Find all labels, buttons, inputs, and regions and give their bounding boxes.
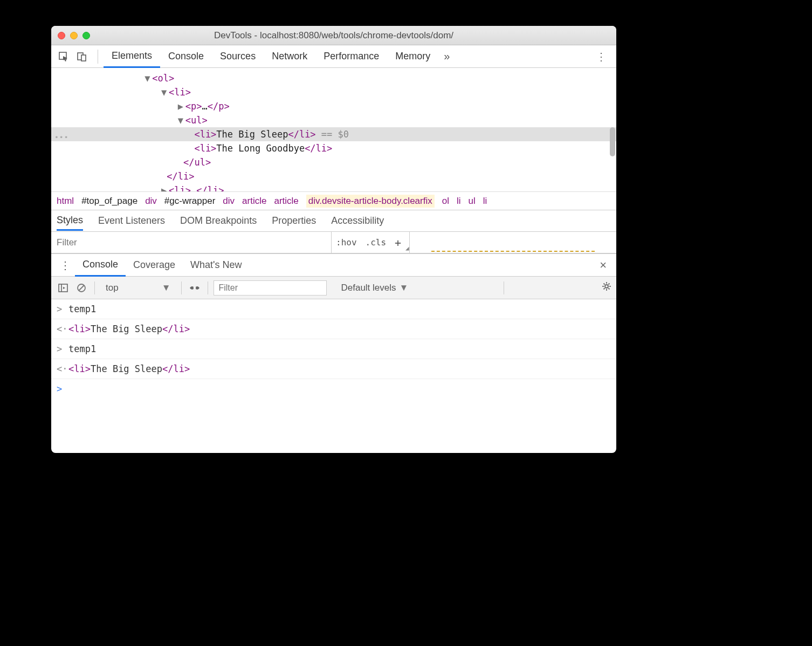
breadcrumb-item[interactable]: div — [223, 196, 235, 207]
context-selector[interactable]: top ▼ — [100, 283, 176, 293]
clear-console-icon[interactable] — [74, 283, 89, 293]
drawer-tab-whats-new[interactable]: What's New — [183, 254, 249, 277]
styles-filter-input[interactable] — [51, 232, 332, 253]
tab-accessibility[interactable]: Accessibility — [331, 212, 384, 230]
tab-styles[interactable]: Styles — [57, 211, 83, 231]
devtools-window: DevTools - localhost:8080/web/tools/chro… — [51, 26, 616, 453]
drawer-menu-icon[interactable]: ⋮ — [56, 259, 75, 272]
separator — [181, 281, 182, 294]
live-expression-icon[interactable] — [187, 284, 202, 292]
dom-tree[interactable]: ▼<ol> ▼<li> ▶<p>…</p> ▼<ul>••• <li>The B… — [51, 68, 616, 192]
separator — [208, 281, 208, 294]
tabs-overflow-icon[interactable]: » — [444, 50, 450, 63]
breadcrumb-item[interactable]: #gc-wrapper — [164, 196, 216, 207]
new-style-rule-icon[interactable]: + — [390, 236, 405, 249]
styles-filter-bar: :hov .cls + ◢ — [51, 232, 616, 253]
window-title: DevTools - localhost:8080/web/tools/chro… — [51, 30, 616, 41]
breadcrumb-item[interactable]: #top_of_page — [81, 196, 137, 207]
separator — [94, 281, 95, 294]
console-row[interactable]: >temp1 — [51, 299, 616, 319]
console-output[interactable]: >temp1<· <li>The Big Sleep</li>>temp1<· … — [51, 299, 616, 453]
breadcrumb-item[interactable]: article — [242, 196, 266, 207]
drawer-tabbar: ⋮ Console Coverage What's New × — [51, 254, 616, 277]
tab-sources[interactable]: Sources — [212, 45, 264, 68]
breadcrumb-item[interactable]: ul — [469, 196, 476, 207]
scrollbar-thumb[interactable] — [610, 127, 615, 156]
resize-corner-icon[interactable]: ◢ — [405, 245, 409, 253]
breadcrumb-item[interactable]: div — [145, 196, 157, 207]
dom-node-line[interactable]: <li>The Long Goodbye</li> — [51, 141, 616, 155]
dom-node-line[interactable]: </li> — [51, 169, 616, 183]
breadcrumb-item[interactable]: div.devsite-article-body.clearfix — [306, 195, 435, 208]
console-row[interactable]: <· <li>The Big Sleep</li> — [51, 359, 616, 379]
tab-console[interactable]: Console — [160, 45, 212, 68]
tab-properties[interactable]: Properties — [272, 212, 316, 230]
dom-breadcrumb: html#top_of_pagediv#gc-wrapperdivarticle… — [51, 192, 616, 210]
dom-node-line[interactable]: ▼<ul> — [51, 113, 616, 127]
traffic-lights — [58, 32, 90, 39]
inspect-icon[interactable] — [56, 49, 72, 64]
breadcrumb-item[interactable]: li — [483, 196, 487, 207]
console-text: temp1 — [68, 340, 96, 358]
dom-node-line[interactable]: ▶<p>…</p> — [51, 99, 616, 113]
gutter-actions-icon[interactable]: ••• — [54, 130, 68, 145]
main-tabs: Elements Console Sources Network Perform… — [104, 45, 438, 68]
main-toolbar: Elements Console Sources Network Perform… — [51, 45, 616, 68]
console-toolbar: top ▼ Default levels ▼ — [51, 277, 616, 299]
dom-node-line[interactable]: ▼<ol> — [51, 71, 616, 85]
console-text: temp1 — [68, 300, 96, 318]
box-model-preview — [431, 251, 595, 254]
console-settings-icon[interactable] — [601, 281, 612, 294]
drawer-tab-coverage[interactable]: Coverage — [126, 254, 183, 277]
tab-elements[interactable]: Elements — [104, 45, 160, 68]
breadcrumb-item[interactable]: html — [57, 196, 74, 207]
input-marker-icon: > — [57, 300, 68, 318]
svg-point-5 — [194, 286, 196, 289]
svg-rect-2 — [81, 55, 86, 61]
close-window-button[interactable] — [58, 32, 65, 39]
styles-tabbar: Styles Event Listeners DOM Breakpoints P… — [51, 210, 616, 232]
log-levels-selector[interactable]: Default levels ▼ — [341, 283, 408, 293]
console-text: <li>The Big Sleep</li> — [68, 320, 190, 338]
output-marker-icon: <· — [57, 320, 68, 338]
output-marker-icon: <· — [57, 360, 68, 377]
drawer-close-icon[interactable]: × — [594, 258, 612, 272]
drawer-tab-console[interactable]: Console — [75, 254, 126, 277]
dom-node-line[interactable]: ▶<li>…</li> — [51, 183, 616, 192]
minimize-window-button[interactable] — [70, 32, 78, 39]
console-text: <li>The Big Sleep</li> — [68, 360, 190, 377]
svg-point-6 — [605, 285, 608, 288]
tab-network[interactable]: Network — [264, 45, 315, 68]
drawer: ⋮ Console Coverage What's New × top ▼ — [51, 253, 616, 453]
console-prompt[interactable]: > — [51, 379, 616, 398]
device-toggle-icon[interactable] — [74, 49, 90, 64]
styles-sidebar-preview — [409, 232, 616, 253]
tab-performance[interactable]: Performance — [315, 45, 387, 68]
prompt-icon: > — [57, 380, 68, 397]
separator — [98, 50, 98, 64]
console-sidebar-toggle-icon[interactable] — [56, 283, 71, 293]
tab-memory[interactable]: Memory — [387, 45, 438, 68]
console-filter-input[interactable] — [214, 280, 327, 295]
tab-event-listeners[interactable]: Event Listeners — [98, 212, 165, 230]
dom-node-line[interactable]: </ul> — [51, 155, 616, 169]
breadcrumb-item[interactable]: article — [274, 196, 298, 207]
console-row[interactable]: >temp1 — [51, 339, 616, 359]
log-levels-label: Default levels — [341, 283, 396, 293]
separator — [504, 281, 504, 294]
tab-dom-breakpoints[interactable]: DOM Breakpoints — [180, 212, 257, 230]
hov-toggle[interactable]: :hov — [332, 237, 361, 248]
console-row[interactable]: <· <li>The Big Sleep</li> — [51, 319, 616, 339]
cls-toggle[interactable]: .cls — [361, 237, 391, 248]
breadcrumb-item[interactable]: li — [457, 196, 461, 207]
zoom-window-button[interactable] — [82, 32, 90, 39]
breadcrumb-item[interactable]: ol — [442, 196, 449, 207]
input-marker-icon: > — [57, 340, 68, 358]
context-label: top — [106, 283, 119, 293]
titlebar: DevTools - localhost:8080/web/tools/chro… — [51, 26, 616, 45]
chevron-down-icon: ▼ — [162, 283, 171, 293]
dom-node-line[interactable]: <li>The Big Sleep</li> == $0 — [51, 127, 616, 141]
styles-toggles: :hov .cls + ◢ — [332, 232, 409, 253]
dom-node-line[interactable]: ▼<li> — [51, 85, 616, 99]
main-menu-icon[interactable]: ⋮ — [590, 50, 612, 63]
